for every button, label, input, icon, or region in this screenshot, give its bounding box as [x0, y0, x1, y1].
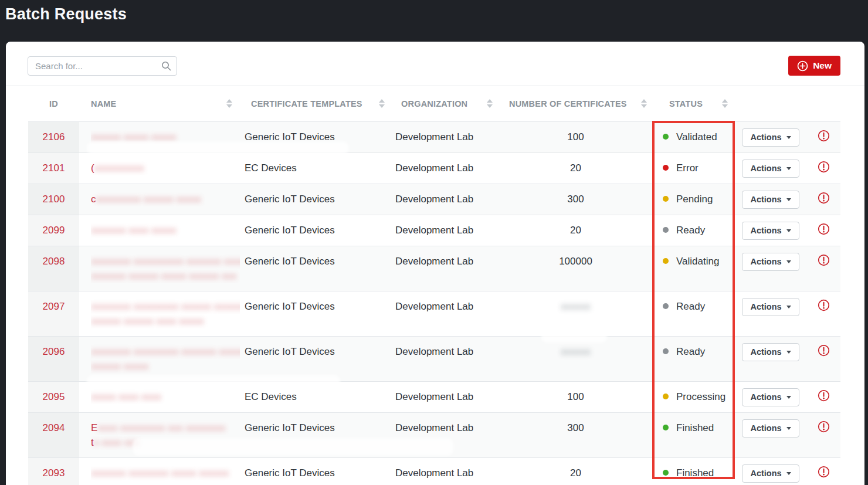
status-label: Ready: [676, 301, 705, 312]
certificate-count-cell: xxxxxx: [499, 336, 653, 381]
sort-icon[interactable]: [487, 99, 493, 108]
id-cell: 2099: [28, 215, 79, 246]
certificate-count-cell: 300: [499, 412, 653, 457]
batch-name-redacted: xxxxxxx xxxx xxxxx: [79, 215, 240, 246]
status-cell: Finished: [653, 412, 735, 457]
alert-icon[interactable]: [818, 389, 830, 406]
status-cell: Validating: [653, 246, 735, 291]
column-header-organization[interactable]: ORGANIZATION: [401, 99, 467, 108]
table-row: 2094 Exxxx xxxxxxxxx xxx xxxxxxxxtx xxxx…: [28, 412, 840, 457]
batch-name-redacted: xxxxxxx xxxxxxxx xxxxx xxxxxx: [79, 457, 240, 485]
search-icon: [161, 61, 171, 71]
redacted-name-line: xxxxxxx xxxxxxxx xxxxx xxxxxx: [91, 466, 240, 480]
batch-name-redacted: Exxxx xxxxxxxxx xxx xxxxxxxxtx xxxx xxx: [79, 412, 240, 457]
toolbar: New: [6, 42, 864, 86]
column-header-status[interactable]: STATUS: [669, 99, 703, 108]
batch-id-link[interactable]: 2095: [43, 391, 65, 402]
id-cell: 2106: [28, 121, 79, 152]
status-cell: Validated: [653, 121, 735, 152]
id-cell: 2101: [28, 152, 79, 184]
certificate-count-cell: 100: [499, 121, 653, 152]
redacted-name-line: xxxxxx xxxxx xxxxx: [91, 130, 240, 144]
id-cell: 2095: [28, 381, 79, 412]
certificate-count-cell: 300: [499, 184, 653, 215]
status-cell: Finished: [653, 457, 735, 485]
batch-requests-table: ID NAME CERTIFICATE TEMPLATES ORGANIZATI…: [28, 86, 840, 485]
batch-name-redacted: xxxxxx xxxxx xxxxx: [79, 121, 240, 152]
certificate-template-cell: Generic IoT Devices: [240, 215, 392, 246]
new-button[interactable]: New: [788, 56, 840, 76]
alert-icon[interactable]: [818, 192, 830, 208]
status-label: Ready: [676, 346, 705, 357]
batch-id-link[interactable]: 2101: [43, 162, 65, 174]
actions-dropdown-button[interactable]: Actions: [742, 298, 799, 316]
sort-icon[interactable]: [641, 99, 647, 108]
column-header-name[interactable]: NAME: [91, 99, 117, 108]
search-input[interactable]: [28, 56, 177, 76]
certificate-count-cell: xxxxxx: [499, 291, 653, 336]
alert-icon[interactable]: [818, 420, 830, 437]
id-cell: 2096: [28, 336, 79, 381]
batch-id-link[interactable]: 2099: [43, 225, 65, 236]
batch-id-link[interactable]: 2096: [43, 346, 65, 357]
actions-dropdown-button[interactable]: Actions: [742, 160, 799, 178]
table-row: 2101 (xxxxxxxxxx EC Devices Development …: [28, 152, 840, 184]
status-dot-icon: [663, 470, 669, 476]
alert-icon[interactable]: [818, 130, 830, 146]
actions-dropdown-button[interactable]: Actions: [742, 419, 799, 437]
status-dot-icon: [663, 425, 669, 430]
status-dot-icon: [663, 227, 669, 233]
batch-id-link[interactable]: 2098: [43, 256, 65, 267]
alert-icon[interactable]: [818, 223, 830, 239]
status-cell: Error: [653, 152, 735, 184]
status-dot-icon: [663, 165, 669, 171]
table-row: 2098 xxxxxxxx xxxxxxxxxx xxxxxxx xxxxxxx…: [28, 246, 840, 291]
batch-id-link[interactable]: 2100: [43, 194, 65, 205]
alert-icon[interactable]: [818, 466, 830, 482]
caret-down-icon: [786, 229, 791, 232]
certificate-template-cell: Generic IoT Devices: [240, 412, 392, 457]
content-panel: New ID NAME CERTIFICATE TEMPLATES ORGANI…: [6, 42, 864, 485]
alert-icon[interactable]: [818, 344, 830, 361]
alert-icon[interactable]: [818, 161, 830, 177]
batch-name-redacted: xxxxx xxxx xxxx: [79, 381, 240, 412]
sort-icon[interactable]: [379, 99, 385, 108]
column-header-certificate-templates[interactable]: CERTIFICATE TEMPLATES: [251, 99, 362, 108]
certificate-count-cell: 100: [499, 381, 653, 412]
actions-dropdown-button[interactable]: Actions: [742, 128, 799, 147]
actions-dropdown-button[interactable]: Actions: [742, 464, 799, 483]
top-dark-bar: Batch Requests: [0, 0, 868, 42]
actions-dropdown-button[interactable]: Actions: [742, 191, 799, 209]
caret-down-icon: [786, 136, 791, 139]
column-header-number-of-certificates[interactable]: NUMBER OF CERTIFICATES: [509, 99, 627, 108]
batch-id-link[interactable]: 2106: [43, 131, 65, 143]
actions-label: Actions: [750, 423, 781, 433]
batch-id-link[interactable]: 2097: [43, 301, 65, 312]
table-row: 2096 xxxxxxxx xxxxxxxxx xxxxxxx xxxxxxxx…: [28, 336, 840, 381]
caret-down-icon: [786, 167, 791, 170]
caret-down-icon: [786, 396, 791, 399]
id-cell: 2098: [28, 246, 79, 291]
alert-icon[interactable]: [818, 299, 830, 316]
organization-cell: Development Lab: [392, 246, 499, 291]
alert-icon[interactable]: [818, 254, 830, 270]
organization-cell: Development Lab: [392, 457, 499, 485]
sort-icon[interactable]: [722, 99, 728, 108]
redacted-name-line: xxxxxxx xxxxxx xxxxx xxxxxx xxx: [91, 269, 240, 283]
column-header-id[interactable]: ID: [49, 99, 58, 108]
organization-cell: Development Lab: [392, 215, 499, 246]
actions-dropdown-button[interactable]: Actions: [742, 222, 799, 240]
batch-name-redacted: xxxxxxxx xxxxxxxxx xxxxxx xxxxxxxxxxxx x…: [79, 291, 240, 336]
sort-icon[interactable]: [226, 99, 232, 108]
page-title: Batch Requests: [5, 5, 868, 23]
id-cell: 2093: [28, 457, 79, 485]
actions-dropdown-button[interactable]: Actions: [742, 343, 799, 361]
batch-id-link[interactable]: 2094: [43, 422, 65, 433]
redacted-name-line: xxxxxx xxxxx: [91, 359, 240, 374]
caret-down-icon: [786, 427, 791, 430]
actions-dropdown-button[interactable]: Actions: [742, 388, 799, 406]
status-dot-icon: [663, 196, 669, 202]
batch-id-link[interactable]: 2093: [43, 467, 65, 479]
status-label: Ready: [676, 225, 705, 236]
actions-dropdown-button[interactable]: Actions: [742, 253, 799, 271]
